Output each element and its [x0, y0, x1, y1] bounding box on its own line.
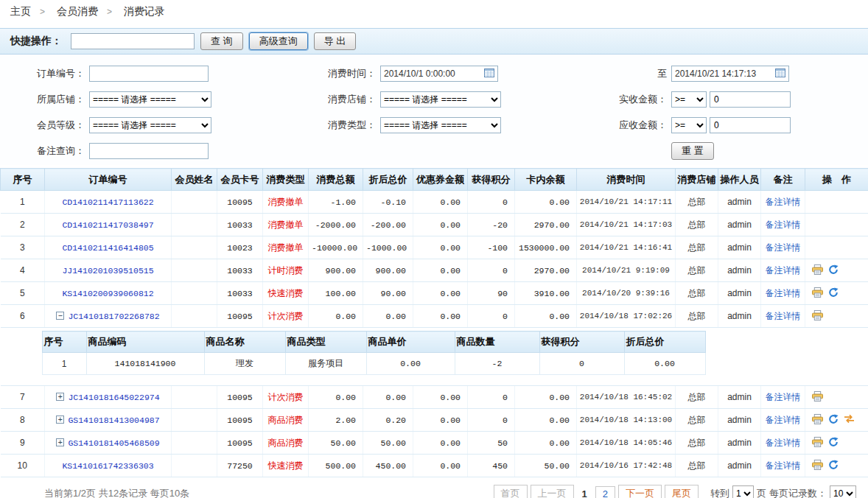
received-amount-input[interactable]: [710, 91, 791, 108]
per-page-label: 每页记录数：: [769, 487, 827, 498]
member-level-select[interactable]: ===== 请选择 =====: [89, 117, 211, 133]
print-icon[interactable]: [812, 264, 823, 277]
ops-cell: [805, 282, 868, 305]
note-detail-link[interactable]: 备注详情: [766, 288, 801, 298]
note-query-input[interactable]: [89, 143, 209, 159]
note-cell: 备注详情: [761, 236, 805, 259]
member-card-cell: 10023: [217, 236, 263, 259]
query-button[interactable]: 查 询: [200, 32, 243, 50]
member-card-cell: 10095: [217, 191, 263, 214]
return-icon[interactable]: [844, 414, 855, 426]
note-detail-link[interactable]: 备注详情: [766, 460, 801, 471]
order-number-link[interactable]: JC1410181645022974: [68, 393, 159, 402]
note-detail-link[interactable]: 备注详情: [766, 265, 801, 276]
note-detail-link[interactable]: 备注详情: [766, 197, 801, 207]
breadcrumb-home[interactable]: 主页: [10, 5, 31, 17]
own-shop-select[interactable]: ===== 请选择 =====: [89, 91, 211, 108]
discounted-total-cell: 50.00: [363, 432, 413, 455]
first-page-button[interactable]: 首页: [494, 485, 528, 498]
order-number-link[interactable]: JC1410181702268782: [68, 312, 159, 321]
consume-time-cell: 2014/10/21 14:16:41: [577, 236, 676, 259]
sub-header-unit-price: 商品单价: [366, 332, 455, 353]
note-detail-link[interactable]: 备注详情: [766, 415, 801, 425]
order-number-link[interactable]: JJ1410201039510515: [62, 266, 153, 276]
sub-header-points: 获得积分: [539, 332, 624, 353]
member-card-cell: 10033: [217, 259, 263, 282]
coupon-amount-cell: 0.00: [413, 432, 468, 455]
print-icon[interactable]: [812, 391, 823, 404]
next-page-button[interactable]: 下一页: [618, 485, 662, 498]
print-icon[interactable]: [812, 460, 823, 472]
discounted-total-cell: -1000.00: [363, 236, 413, 259]
consume-time-cell: 2014/10/18 16:45:02: [577, 386, 676, 409]
undo-icon[interactable]: [828, 460, 839, 472]
undo-icon[interactable]: [828, 437, 839, 449]
reset-button[interactable]: 重 置: [671, 142, 714, 160]
note-cell: 备注详情: [761, 282, 805, 305]
order-number-link[interactable]: CD1410211416414805: [62, 243, 153, 253]
order-number-link[interactable]: GS1410181413004987: [68, 415, 159, 425]
expand-icon[interactable]: +: [56, 438, 64, 446]
export-button[interactable]: 导 出: [314, 32, 357, 50]
advanced-query-button[interactable]: 高级查询: [249, 32, 308, 50]
coupon-amount-cell: 0.00: [413, 191, 468, 214]
last-page-button[interactable]: 尾页: [665, 485, 699, 498]
undo-icon[interactable]: [828, 264, 839, 277]
calendar-icon[interactable]: [775, 68, 785, 80]
receivable-amount-input[interactable]: [710, 117, 791, 133]
note-detail-link[interactable]: 备注详情: [766, 220, 801, 230]
expand-icon[interactable]: +: [56, 393, 64, 401]
order-number-link[interactable]: KS1410161742336303: [62, 461, 153, 471]
print-icon[interactable]: [812, 310, 823, 323]
card-balance-cell: 2970.00: [515, 214, 577, 236]
card-balance-cell: 0.00: [515, 432, 577, 455]
note-detail-link[interactable]: 备注详情: [766, 242, 801, 253]
order-number-link[interactable]: KS1410200939060812: [62, 289, 153, 298]
member-card-cell: 10033: [217, 214, 263, 236]
consume-time-to-field[interactable]: 2014/10/21 14:17:13: [671, 66, 789, 82]
ops-cell: [805, 455, 868, 477]
undo-icon[interactable]: [828, 287, 839, 300]
order-number-link[interactable]: CD1410211417113622: [62, 197, 153, 207]
member-card-cell: 10095: [217, 386, 263, 409]
note-cell: 备注详情: [761, 191, 805, 214]
header-consume-shop: 消费店铺: [676, 169, 718, 191]
member-name-cell: [172, 305, 217, 328]
coupon-amount-cell: 0.00: [413, 259, 468, 282]
received-op-select[interactable]: >=: [671, 91, 707, 108]
print-icon[interactable]: [812, 287, 823, 300]
consume-time-from-field[interactable]: 2014/10/1 0:00:00: [380, 66, 498, 82]
breadcrumb-member-consume[interactable]: 会员消费: [57, 5, 98, 17]
order-no-label: 订单编号：: [0, 67, 85, 80]
print-icon[interactable]: [812, 414, 823, 427]
card-balance-cell: 2970.00: [515, 259, 577, 282]
quick-search-input[interactable]: [71, 33, 195, 49]
goto-page-select[interactable]: 1: [732, 485, 754, 498]
collapse-icon[interactable]: −: [56, 312, 64, 320]
discounted-total-cell: -200.00: [363, 214, 413, 236]
note-detail-link[interactable]: 备注详情: [766, 438, 801, 448]
consume-total-cell: 900.00: [309, 259, 363, 282]
calendar-icon[interactable]: [484, 68, 494, 80]
prev-page-button[interactable]: 上一页: [531, 485, 574, 498]
order-no-input[interactable]: [89, 66, 209, 82]
header-points-gained: 获得积分: [468, 169, 515, 191]
print-icon[interactable]: [812, 437, 823, 449]
order-cell: CD1410211417038497: [45, 214, 172, 236]
note-cell: 备注详情: [761, 386, 805, 409]
consume-type-select[interactable]: ===== 请选择 =====: [380, 117, 501, 133]
consume-shop-select[interactable]: ===== 请选择 =====: [380, 91, 501, 108]
receivable-op-select[interactable]: >=: [671, 117, 707, 133]
order-number-link[interactable]: CD1410211417038497: [62, 220, 153, 230]
header-consume-type: 消费类型: [263, 169, 309, 191]
header-discounted-total: 折后总价: [363, 169, 413, 191]
undo-icon[interactable]: [828, 414, 839, 427]
coupon-amount-cell: 0.00: [413, 214, 468, 236]
note-detail-link[interactable]: 备注详情: [766, 311, 801, 321]
note-detail-link[interactable]: 备注详情: [766, 392, 801, 402]
expand-icon[interactable]: +: [56, 415, 64, 424]
page-2-button[interactable]: 2: [595, 486, 615, 498]
order-number-link[interactable]: GS1410181405468509: [68, 438, 159, 448]
breadcrumb-consume-records[interactable]: 消费记录: [124, 5, 165, 17]
per-page-select[interactable]: 10: [830, 485, 856, 498]
